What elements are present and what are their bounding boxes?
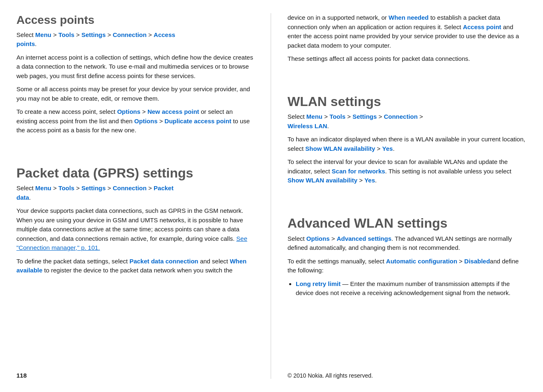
access-points-para1: An internet access point is a collection… bbox=[16, 53, 254, 81]
para3-new-access[interactable]: New access point bbox=[147, 108, 199, 115]
packet-data-title: Packet data (GPRS) settings bbox=[16, 166, 254, 181]
adv-nav-prefix: Select bbox=[288, 235, 306, 242]
continuation-section: device on in a supported network, or Whe… bbox=[288, 13, 527, 68]
para3-options2[interactable]: Options bbox=[134, 118, 158, 125]
auto-config-link[interactable]: Automatic configuration bbox=[386, 258, 457, 265]
adv-nav-sep: > bbox=[330, 235, 337, 242]
wlan-nav: Select Menu > Tools > Settings > Connect… bbox=[288, 112, 527, 131]
nav-tools[interactable]: Tools bbox=[58, 184, 74, 191]
para2-suffix: to register the device to the packet dat… bbox=[42, 267, 232, 274]
show-wlan-link[interactable]: Show WLAN availability bbox=[305, 145, 375, 152]
nav-prefix: Select bbox=[16, 31, 35, 38]
access-points-section: Access points Select Menu > Tools > Sett… bbox=[16, 13, 254, 139]
advanced-wlan-list: Long retry limit — Enter the maximum num… bbox=[296, 279, 527, 298]
continuation-para1: device on in a supported network, or Whe… bbox=[288, 13, 527, 50]
cont-prefix: device on in a supported network, or bbox=[288, 14, 389, 21]
when-needed-link[interactable]: When needed bbox=[389, 14, 429, 21]
access-points-title: Access points bbox=[16, 13, 254, 27]
access-points-para2: Some or all access points may be preset … bbox=[16, 85, 254, 103]
nav-prefix: Select bbox=[16, 184, 35, 191]
para3-sep1: > bbox=[140, 108, 147, 115]
para3-prefix: To create a new access point, select bbox=[16, 108, 117, 115]
wlan-title: WLAN settings bbox=[288, 94, 527, 109]
nav-tools[interactable]: Tools bbox=[329, 113, 345, 120]
packet-data-para2: To define the packet data settings, sele… bbox=[16, 257, 254, 275]
nav-sep2: > bbox=[74, 31, 81, 38]
adv-p2-sep: > bbox=[457, 258, 464, 265]
packet-data-para1: Your device supports packet data connect… bbox=[16, 206, 254, 253]
packet-data-nav: Select Menu > Tools > Settings > Connect… bbox=[16, 184, 254, 202]
wlan-p2-suffix: . bbox=[375, 177, 377, 184]
adv-options-link[interactable]: Options bbox=[306, 235, 330, 242]
left-footer: 118 bbox=[16, 364, 254, 379]
nav-connection[interactable]: Connection bbox=[113, 184, 147, 191]
connection-manager-link[interactable]: See "Connection manager," p. 101. bbox=[16, 235, 247, 251]
para2-prefix: To define the packet data settings, sele… bbox=[16, 258, 129, 265]
para3-dup[interactable]: Duplicate access point bbox=[165, 118, 232, 125]
nav-menu[interactable]: Menu bbox=[35, 184, 51, 191]
nav-settings[interactable]: Settings bbox=[81, 184, 106, 191]
nav-menu[interactable]: Menu bbox=[35, 31, 51, 38]
nav-connection[interactable]: Connection bbox=[384, 113, 418, 120]
nav-wireless-lan[interactable]: Wireless LAN bbox=[288, 122, 327, 129]
access-points-nav: Select Menu > Tools > Settings > Connect… bbox=[16, 30, 254, 49]
page: Access points Select Menu > Tools > Sett… bbox=[0, 0, 543, 392]
advanced-wlan-para2: To edit the settings manually, select Au… bbox=[288, 257, 527, 275]
nav-tools[interactable]: Tools bbox=[58, 31, 74, 38]
right-column: device on in a supported network, or Whe… bbox=[271, 13, 527, 379]
nav-menu[interactable]: Menu bbox=[306, 113, 322, 120]
continuation-para2: These settings affect all access points … bbox=[288, 54, 527, 64]
scan-networks-link[interactable]: Scan for networks bbox=[332, 168, 385, 175]
wlan-p1-sep: > bbox=[375, 145, 382, 152]
wlan-p1-suffix: . bbox=[393, 145, 394, 152]
wlan-settings-section: WLAN settings Select Menu > Tools > Sett… bbox=[288, 94, 527, 189]
nav-settings[interactable]: Settings bbox=[81, 31, 106, 38]
advanced-wlan-section: Advanced WLAN settings Select Options > … bbox=[288, 216, 527, 302]
access-point-link[interactable]: Access point bbox=[463, 23, 501, 30]
advanced-wlan-nav: Select Options > Advanced settings. The … bbox=[288, 234, 527, 253]
long-retry-label: Long retry limit bbox=[296, 280, 341, 287]
copyright: © 2010 Nokia. All rights reserved. bbox=[288, 372, 373, 379]
yes-link2[interactable]: Yes bbox=[364, 177, 375, 184]
nav-connection[interactable]: Connection bbox=[113, 31, 147, 38]
adv-p2-prefix: To edit the settings manually, select bbox=[288, 258, 386, 265]
left-column: Access points Select Menu > Tools > Sett… bbox=[16, 13, 271, 379]
wlan-para1: To have an indicator displayed when ther… bbox=[288, 135, 527, 153]
access-points-para3: To create a new access point, select Opt… bbox=[16, 107, 254, 135]
para3-sep2: > bbox=[158, 118, 165, 125]
wlan-para2: To select the interval for your device t… bbox=[288, 157, 527, 185]
page-number: 118 bbox=[16, 372, 27, 379]
nav-sep4: > bbox=[147, 31, 154, 38]
wlan-p2-sep: > bbox=[357, 177, 364, 184]
packet-data-connection-link[interactable]: Packet data connection bbox=[129, 258, 198, 265]
para3-options1[interactable]: Options bbox=[117, 108, 140, 115]
packet-data-section: Packet data (GPRS) settings Select Menu … bbox=[16, 166, 254, 279]
wlan-p2-mid: . This setting is not available unless y… bbox=[385, 168, 511, 175]
para2-mid: and select bbox=[198, 258, 230, 265]
right-footer: © 2010 Nokia. All rights reserved. bbox=[288, 364, 527, 379]
nav-suffix: . bbox=[35, 40, 37, 47]
show-wlan-link2[interactable]: Show WLAN availability bbox=[288, 177, 357, 184]
nav-sep1: > bbox=[51, 31, 58, 38]
yes-link1[interactable]: Yes bbox=[382, 145, 393, 152]
nav-sep3: > bbox=[106, 31, 113, 38]
advanced-wlan-title: Advanced WLAN settings bbox=[288, 216, 527, 231]
list-item: Long retry limit — Enter the maximum num… bbox=[296, 279, 527, 298]
disabled-link[interactable]: Disabled bbox=[464, 258, 490, 265]
nav-settings[interactable]: Settings bbox=[352, 113, 377, 120]
advanced-settings-link[interactable]: Advanced settings bbox=[337, 235, 391, 242]
nav-prefix: Select bbox=[288, 113, 306, 120]
